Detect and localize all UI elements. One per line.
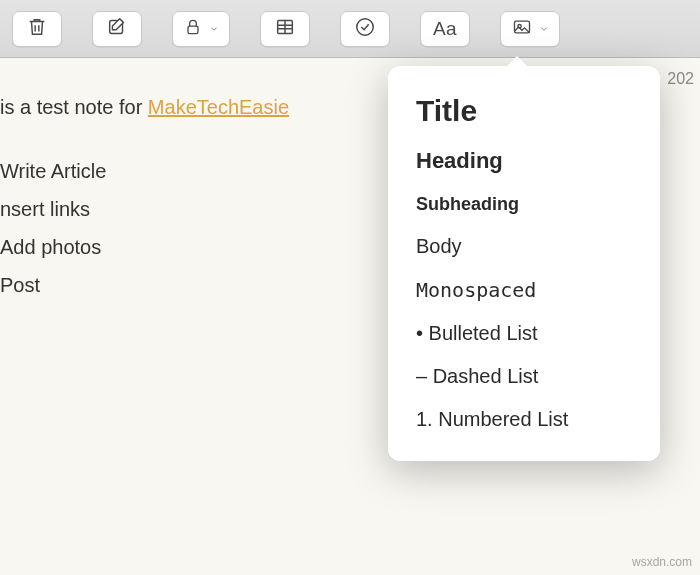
toolbar: Aa	[0, 0, 700, 58]
lock-icon	[183, 17, 203, 41]
format-option-heading[interactable]: Heading	[388, 138, 660, 184]
delete-button[interactable]	[12, 11, 62, 47]
format-option-bulleted[interactable]: • Bulleted List	[388, 312, 660, 355]
format-option-monospaced[interactable]: Monospaced	[388, 268, 660, 312]
watermark: wsxdn.com	[632, 555, 692, 569]
format-icon: Aa	[433, 18, 457, 40]
format-button[interactable]: Aa	[420, 11, 470, 47]
trash-icon	[26, 16, 48, 42]
table-icon	[274, 16, 296, 42]
note-text: is a test note for	[0, 96, 148, 118]
photo-icon	[511, 17, 533, 41]
timestamp: 202	[667, 70, 694, 88]
media-button[interactable]	[500, 11, 560, 47]
chevron-down-icon	[209, 20, 219, 38]
chevron-down-icon	[539, 20, 549, 38]
lock-button[interactable]	[172, 11, 230, 47]
svg-rect-1	[188, 26, 198, 33]
svg-point-3	[357, 18, 374, 35]
compose-icon	[106, 16, 128, 42]
format-option-title[interactable]: Title	[388, 84, 660, 138]
new-note-button[interactable]	[92, 11, 142, 47]
format-option-dashed[interactable]: – Dashed List	[388, 355, 660, 398]
checklist-button[interactable]	[340, 11, 390, 47]
format-dropdown: Title Heading Subheading Body Monospaced…	[388, 66, 660, 461]
table-button[interactable]	[260, 11, 310, 47]
format-option-subheading[interactable]: Subheading	[388, 184, 660, 225]
format-option-numbered[interactable]: 1. Numbered List	[388, 398, 660, 441]
checklist-icon	[354, 16, 376, 42]
note-link[interactable]: MakeTechEasie	[148, 96, 289, 118]
format-option-body[interactable]: Body	[388, 225, 660, 268]
